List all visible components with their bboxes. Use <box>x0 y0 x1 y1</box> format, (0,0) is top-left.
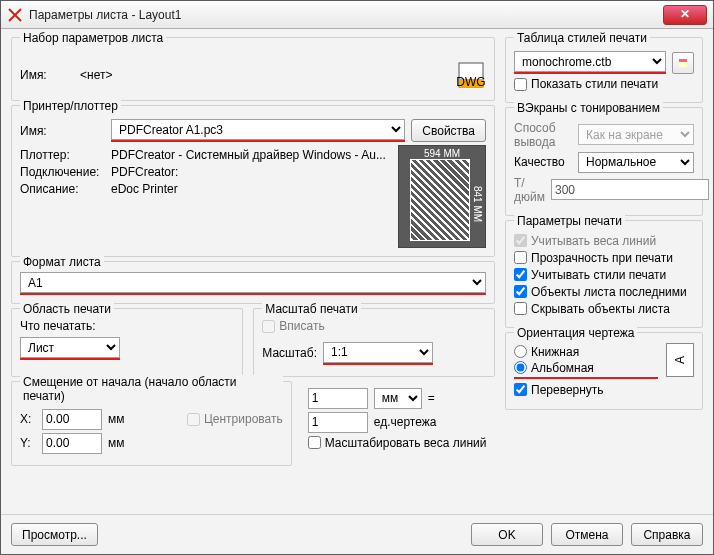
fit-to-paper-check[interactable]: Вписать <box>262 319 324 333</box>
opt-plot-styles[interactable]: Учитывать стили печати <box>514 268 694 282</box>
window-title: Параметры листа - Layout1 <box>29 8 663 22</box>
help-button[interactable]: Справка <box>631 523 703 546</box>
area-title: Область печати <box>20 302 114 316</box>
opt-paperspace-last[interactable]: Объекты листа последними <box>514 285 694 299</box>
conn-value: PDFCreator: <box>111 165 178 179</box>
plot-area-group: Область печати Что печатать: Лист <box>11 308 243 377</box>
portrait-radio[interactable]: Книжная <box>514 345 658 359</box>
printer-group: Принтер/плоттер Имя: PDFCreator A1.pc3 С… <box>11 105 495 257</box>
close-button[interactable]: ✕ <box>663 5 707 25</box>
offset-x-label: X: <box>20 412 36 426</box>
area-what-select[interactable]: Лист <box>20 337 120 358</box>
plotter-label: Плоттер: <box>20 148 105 162</box>
scale-equals: = <box>428 391 435 405</box>
offset-group: Смещение от начала (начало области печат… <box>11 381 292 466</box>
scale-title: Масштаб печати <box>262 302 360 316</box>
quality-label: Качество <box>514 155 572 169</box>
scale-select[interactable]: 1:1 <box>323 342 433 363</box>
printer-name-select[interactable]: PDFCreator A1.pc3 <box>111 119 405 140</box>
titlebar: Параметры листа - Layout1 ✕ <box>1 1 713 29</box>
shade-method-label: Способ вывода <box>514 121 572 149</box>
printer-title: Принтер/плоттер <box>20 99 121 113</box>
pageset-name-value: <нет> <box>80 68 112 82</box>
page-setup-dialog: Параметры листа - Layout1 ✕ Набор параме… <box>0 0 714 555</box>
plot-style-select[interactable]: monochrome.ctb <box>514 51 666 72</box>
display-plot-styles-check[interactable]: Показать стили печати <box>514 77 658 91</box>
offset-y-input[interactable] <box>42 433 102 454</box>
offset-y-unit: мм <box>108 436 125 450</box>
scale-den-unit: ед.чертежа <box>374 415 437 429</box>
svg-rect-4 <box>679 59 687 62</box>
pageset-name-label: Имя: <box>20 68 74 82</box>
upside-down-check[interactable]: Перевернуть <box>514 383 658 397</box>
paper-size-group: Формат листа A1 <box>11 261 495 304</box>
page-setup-title: Набор параметров листа <box>20 31 166 45</box>
scale-lineweights-check[interactable]: Масштабировать веса линий <box>308 436 487 450</box>
conn-label: Подключение: <box>20 165 105 179</box>
preview-button[interactable]: Просмотр... <box>11 523 98 546</box>
plot-scale-group: Масштаб печати Вписать Масштаб: 1:1 <box>253 308 495 377</box>
dpi-label: Т/дюйм <box>514 176 545 204</box>
shade-method-select: Как на экране <box>578 124 694 145</box>
plotter-value: PDFCreator - Системный драйвер Windows -… <box>111 148 386 162</box>
printer-props-button[interactable]: Свойства <box>411 119 486 142</box>
app-icon <box>7 7 23 23</box>
pencil-icon <box>677 57 689 69</box>
paper-title: Формат листа <box>20 255 104 269</box>
plotstyle-title: Таблица стилей печати <box>514 31 650 45</box>
orientation-icon: A <box>666 343 694 377</box>
cancel-button[interactable]: Отмена <box>551 523 623 546</box>
opt-hide-paperspace[interactable]: Скрывать объекты листа <box>514 302 694 316</box>
orientation-group: Ориентация чертежа Книжная Альбомная Пер… <box>505 332 703 410</box>
offset-x-input[interactable] <box>42 409 102 430</box>
button-bar: Просмотр... OK Отмена Справка <box>1 514 713 554</box>
plot-options-group: Параметры печати Учитывать веса линий Пр… <box>505 220 703 328</box>
scale-den-input[interactable] <box>308 412 368 433</box>
scale-num-input[interactable] <box>308 388 368 409</box>
dpi-input <box>551 179 709 200</box>
plot-style-group: Таблица стилей печати monochrome.ctb Пок… <box>505 37 703 103</box>
scale-label: Масштаб: <box>262 346 317 360</box>
preview-width: 594 MM <box>399 148 485 159</box>
offset-y-label: Y: <box>20 436 36 450</box>
dwg-icon: DWG <box>456 61 486 89</box>
quality-select[interactable]: Нормальное <box>578 152 694 173</box>
offset-title: Смещение от начала (начало области печат… <box>20 375 283 403</box>
printer-name-label: Имя: <box>20 124 105 138</box>
viewports-title: ВЭкраны с тонированием <box>514 101 663 115</box>
offset-x-unit: мм <box>108 412 125 426</box>
svg-text:DWG: DWG <box>456 75 485 89</box>
plotopts-title: Параметры печати <box>514 214 625 228</box>
ok-button[interactable]: OK <box>471 523 543 546</box>
plot-style-edit-button[interactable] <box>672 52 694 74</box>
desc-value: eDoc Printer <box>111 182 178 196</box>
orient-title: Ориентация чертежа <box>514 326 637 340</box>
shaded-viewport-group: ВЭкраны с тонированием Способ выводаКак … <box>505 107 703 216</box>
paper-size-select[interactable]: A1 <box>20 272 486 293</box>
preview-height: 841 MM <box>472 186 483 222</box>
center-plot-check[interactable]: Центрировать <box>187 412 283 426</box>
area-what-label: Что печатать: <box>20 319 234 333</box>
page-setup-group: Набор параметров листа Имя: <нет> DWG <box>11 37 495 101</box>
desc-label: Описание: <box>20 182 105 196</box>
paper-preview: 594 MM 841 MM <box>398 145 486 248</box>
scale-unit-select[interactable]: мм <box>374 388 422 409</box>
landscape-radio[interactable]: Альбомная <box>514 361 658 375</box>
opt-lineweights[interactable]: Учитывать веса линий <box>514 234 694 248</box>
opt-transparency[interactable]: Прозрачность при печати <box>514 251 694 265</box>
